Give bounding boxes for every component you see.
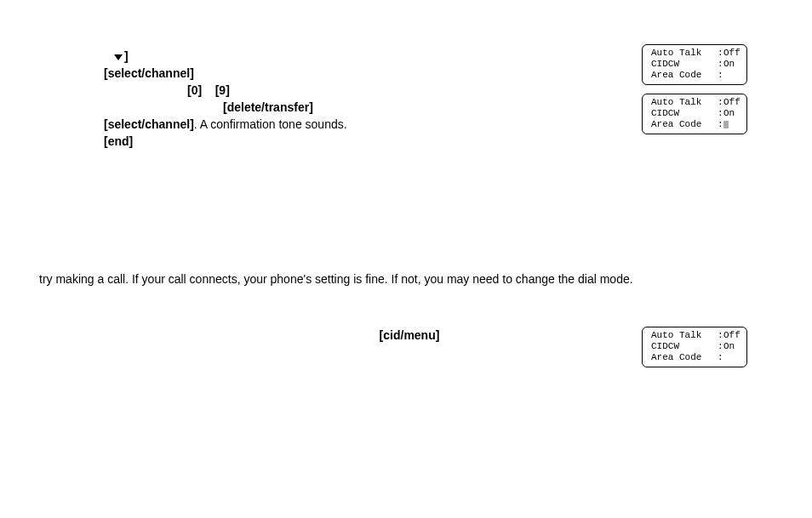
lcd-colon: : [718, 119, 723, 130]
lcd1-cidcw-label: CIDCW [651, 59, 718, 70]
end-label: [end] [104, 133, 580, 150]
lcd-colon: : [718, 108, 723, 119]
lcd2-auto-talk-value: Off [723, 97, 742, 108]
delete-transfer-label: [delete/transfer] [104, 99, 580, 116]
lcd1-cidcw-value: On [723, 59, 742, 70]
lcd1-row-area-code: Area Code : [647, 70, 742, 81]
line-arrow: ] [104, 48, 580, 65]
lcd2-auto-talk-label: Auto Talk [651, 97, 718, 108]
nine-key: [9] [215, 83, 230, 97]
select-channel-label: [select/channel] [104, 65, 580, 82]
lcd1-area-code-value [723, 70, 742, 81]
lcd3-auto-talk-label: Auto Talk [651, 330, 718, 341]
instruction-block-1: ] [select/channel] [0] [9] [delete/trans… [104, 48, 580, 150]
lcd-colon: : [718, 330, 723, 341]
lcd3-cidcw-label: CIDCW [651, 341, 718, 352]
lcd2-cidcw-value: On [723, 108, 742, 119]
lcd3-auto-talk-value: Off [723, 330, 742, 341]
lcd1-auto-talk-label: Auto Talk [651, 48, 718, 59]
lcd1-area-code-label: Area Code [651, 70, 718, 81]
down-arrow-icon [114, 54, 123, 60]
cursor-block-icon [723, 121, 729, 128]
confirmation-tail: . A confirmation tone sounds. [194, 117, 347, 131]
lcd3-cidcw-value: On [723, 341, 742, 352]
lcd3-area-code-label: Area Code [651, 352, 718, 363]
lcd-colon: : [718, 352, 723, 363]
lcd-colon: : [718, 59, 723, 70]
lcd-colon: : [718, 70, 723, 81]
digits-line: [0] [9] [104, 82, 580, 99]
confirmation-line: [select/channel]. A confirmation tone so… [104, 116, 580, 133]
lcd2-row-cidcw: CIDCW : On [647, 108, 742, 119]
lcd2-area-code-value [723, 119, 742, 130]
lcd-display-3: Auto Talk : Off CIDCW : On Area Code : [642, 327, 747, 367]
lcd-colon: : [718, 97, 723, 108]
instruction-block-2: try making a call. If your call connects… [39, 270, 780, 287]
zero-key: [0] [187, 83, 202, 97]
lcd1-row-auto-talk: Auto Talk : Off [647, 48, 742, 59]
lcd3-row-cidcw: CIDCW : On [647, 341, 742, 352]
lcd-colon: : [718, 48, 723, 59]
lcd1-auto-talk-value: Off [723, 48, 742, 59]
lcd2-row-area-code: Area Code : [647, 119, 742, 130]
dial-mode-text: try making a call. If your call connects… [39, 272, 633, 286]
lcd3-row-area-code: Area Code : [647, 352, 742, 363]
arrow-close-bracket: ] [124, 49, 129, 63]
lcd-display-2: Auto Talk : Off CIDCW : On Area Code : [642, 94, 747, 134]
lcd-colon: : [718, 341, 723, 352]
lcd2-area-code-label: Area Code [651, 119, 718, 130]
lcd3-row-auto-talk: Auto Talk : Off [647, 330, 742, 341]
lcd-display-1: Auto Talk : Off CIDCW : On Area Code : [642, 44, 747, 85]
lcd2-cidcw-label: CIDCW [651, 108, 718, 119]
lcd2-row-auto-talk: Auto Talk : Off [647, 97, 742, 108]
lcd1-row-cidcw: CIDCW : On [647, 59, 742, 70]
select-channel-label-2: [select/channel] [104, 117, 194, 131]
lcd3-area-code-value [723, 352, 742, 363]
